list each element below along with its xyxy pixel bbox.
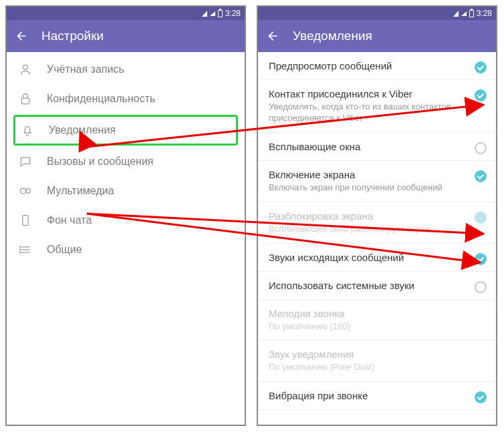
- menu-label: Вызовы и сообщения: [47, 156, 154, 168]
- wifi-icon: [461, 11, 467, 16]
- back-icon[interactable]: [15, 29, 28, 43]
- battery-icon: [218, 10, 223, 17]
- setting-title: Предпросмотр сообщений: [269, 60, 485, 71]
- setting-preview[interactable]: Предпросмотр сообщений: [258, 52, 496, 80]
- menu-item-privacy[interactable]: Конфиденциальность: [7, 84, 245, 114]
- phone-settings: 3:28 Настройки Учётная запись Конфиденци…: [5, 5, 246, 426]
- menu-item-account[interactable]: Учётная запись: [7, 55, 245, 84]
- toggle-icon[interactable]: [475, 89, 487, 101]
- svg-rect-4: [23, 216, 28, 226]
- setting-subtitle: Всплывающее окно разблокирует экран: [269, 224, 485, 235]
- signal-icon: [453, 11, 459, 17]
- toggle-icon[interactable]: [475, 391, 487, 403]
- signal-icon: [202, 11, 207, 17]
- toggle-icon[interactable]: [475, 281, 487, 293]
- svg-point-9: [20, 249, 21, 250]
- setting-unlock-screen: Разблокировка экрана Всплывающее окно ра…: [258, 202, 496, 244]
- bell-icon: [21, 124, 34, 137]
- setting-title: Включение экрана: [269, 169, 485, 180]
- svg-rect-1: [21, 98, 29, 103]
- menu-label: Учётная запись: [47, 63, 124, 75]
- setting-outgoing-sounds[interactable]: Звуки исходящих сообщений: [258, 244, 496, 272]
- setting-subtitle: Включать экран при получении сообщений: [269, 182, 485, 194]
- status-time: 3:28: [477, 9, 492, 18]
- menu-label: Конфиденциальность: [47, 93, 155, 105]
- setting-title: Использовать системные звуки: [269, 280, 485, 291]
- setting-contact-joined[interactable]: Контакт присоединился к Viber Уведомлять…: [258, 80, 496, 133]
- menu-label: Общие: [47, 244, 82, 256]
- setting-title: Вибрация при звонке: [269, 390, 485, 401]
- setting-title: Контакт присоединился к Viber: [269, 88, 485, 99]
- list-icon: [19, 243, 32, 256]
- setting-subtitle: По умолчанию (180): [269, 321, 485, 333]
- lock-icon: [19, 92, 32, 105]
- menu-item-general[interactable]: Общие: [7, 235, 245, 264]
- app-bar: Настройки: [7, 20, 245, 52]
- menu-item-media[interactable]: Мультимедиа: [7, 176, 245, 206]
- app-bar: Уведомления: [258, 20, 496, 52]
- setting-subtitle: Уведомлять, когда кто-то из ваших контак…: [269, 101, 485, 124]
- setting-title: Звук уведомления: [269, 349, 485, 360]
- chat-icon: [19, 155, 32, 168]
- menu-label: Фон чата: [47, 214, 92, 226]
- appbar-title: Уведомления: [293, 29, 372, 43]
- menu-label: Уведомления: [49, 124, 116, 136]
- notification-settings-list: Предпросмотр сообщений Контакт присоедин…: [258, 52, 496, 410]
- menu-item-background[interactable]: Фон чата: [7, 206, 245, 235]
- settings-menu: Учётная запись Конфиденциальность Уведом…: [7, 52, 245, 267]
- appbar-title: Настройки: [41, 29, 104, 43]
- setting-screen-on[interactable]: Включение экрана Включать экран при полу…: [258, 161, 496, 202]
- setting-subtitle: По умолчанию (Pixie Dust): [269, 362, 485, 373]
- toggle-icon[interactable]: [475, 61, 487, 73]
- status-bar: 3:28: [7, 7, 245, 20]
- toggle-icon[interactable]: [475, 253, 487, 265]
- toggle-icon: [475, 212, 487, 224]
- setting-title: Мелодия звонка: [269, 308, 485, 319]
- svg-point-10: [20, 252, 21, 253]
- status-bar: 3:28: [258, 7, 496, 20]
- phone-icon: [19, 214, 32, 227]
- svg-point-2: [21, 188, 26, 194]
- setting-title: Всплывающие окна: [269, 141, 485, 152]
- menu-item-notifications[interactable]: Уведомления: [13, 115, 238, 146]
- person-icon: [19, 63, 32, 76]
- media-icon: [19, 184, 32, 198]
- wifi-icon: [210, 11, 215, 16]
- setting-title: Звуки исходящих сообщений: [269, 252, 485, 263]
- svg-point-0: [23, 65, 28, 69]
- setting-system-sounds[interactable]: Использовать системные звуки: [258, 272, 496, 300]
- status-time: 3:28: [225, 9, 241, 18]
- setting-ringtone[interactable]: Мелодия звонка По умолчанию (180): [258, 300, 496, 341]
- svg-point-3: [26, 189, 31, 194]
- toggle-icon[interactable]: [475, 170, 487, 182]
- setting-title: Разблокировка экрана: [269, 210, 485, 222]
- back-icon[interactable]: [266, 29, 279, 43]
- toggle-icon[interactable]: [475, 142, 487, 154]
- battery-icon: [469, 10, 474, 17]
- setting-popups[interactable]: Всплывающие окна: [258, 133, 496, 161]
- menu-label: Мультимедиа: [47, 185, 114, 197]
- setting-vibrate[interactable]: Вибрация при звонке: [258, 382, 496, 410]
- setting-notification-sound[interactable]: Звук уведомления По умолчанию (Pixie Dus…: [258, 341, 496, 382]
- svg-point-8: [20, 246, 21, 248]
- phone-notifications: 3:28 Уведомления Предпросмотр сообщений …: [257, 5, 497, 426]
- menu-item-calls[interactable]: Вызовы и сообщения: [7, 147, 245, 176]
